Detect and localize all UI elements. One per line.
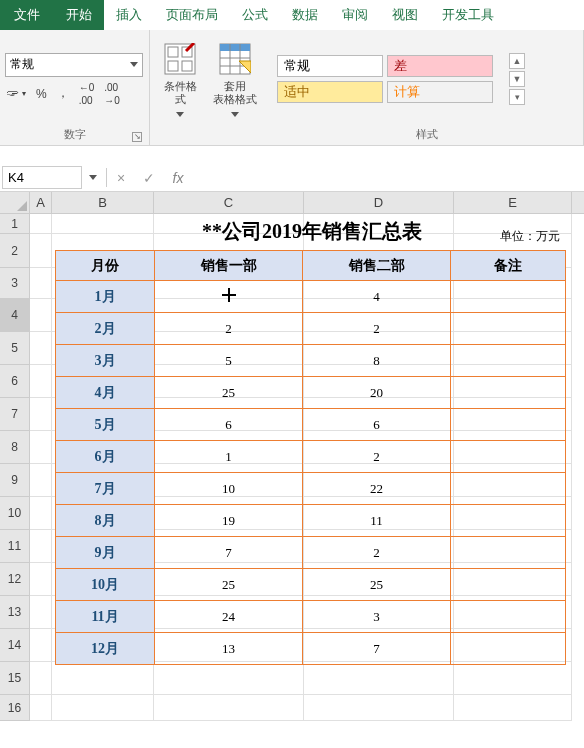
- cell-dept1[interactable]: 13: [155, 633, 303, 665]
- cell-note[interactable]: [451, 281, 566, 313]
- name-box[interactable]: K4: [2, 166, 82, 189]
- cell-dept1[interactable]: [155, 281, 303, 313]
- menu-home[interactable]: 开始: [54, 0, 104, 30]
- row-header[interactable]: 9: [0, 464, 29, 497]
- cell-dept2[interactable]: 22: [303, 473, 451, 505]
- style-bad[interactable]: 差: [387, 55, 493, 77]
- menu-view[interactable]: 视图: [380, 0, 430, 30]
- cell-note[interactable]: [451, 441, 566, 473]
- cell-dept1[interactable]: 10: [155, 473, 303, 505]
- cell-dept1[interactable]: 25: [155, 377, 303, 409]
- cell-dept2[interactable]: 25: [303, 569, 451, 601]
- cell-dept1[interactable]: 19: [155, 505, 303, 537]
- row-header[interactable]: 11: [0, 530, 29, 563]
- cell-note[interactable]: [451, 633, 566, 665]
- cell-dept2[interactable]: 20: [303, 377, 451, 409]
- cell-dept1[interactable]: 7: [155, 537, 303, 569]
- row-header[interactable]: 5: [0, 332, 29, 365]
- cell-month[interactable]: 8月: [56, 505, 155, 537]
- currency-button[interactable]: 🖙▾: [5, 86, 26, 102]
- row-header[interactable]: 3: [0, 268, 29, 299]
- cell-dept2[interactable]: 2: [303, 313, 451, 345]
- menu-formulas[interactable]: 公式: [230, 0, 280, 30]
- number-format-combo[interactable]: 常规: [5, 53, 143, 77]
- cell-dept1[interactable]: 25: [155, 569, 303, 601]
- cell-month[interactable]: 6月: [56, 441, 155, 473]
- cell-dept2[interactable]: 6: [303, 409, 451, 441]
- cell-month[interactable]: 5月: [56, 409, 155, 441]
- cell-note[interactable]: [451, 377, 566, 409]
- cell-styles-gallery[interactable]: 常规 差 适中 计算: [275, 53, 505, 105]
- cell-dept2[interactable]: 8: [303, 345, 451, 377]
- row-header[interactable]: 4: [0, 299, 29, 332]
- row-header[interactable]: 13: [0, 596, 29, 629]
- row-header[interactable]: 16: [0, 695, 29, 721]
- menu-dev[interactable]: 开发工具: [430, 0, 506, 30]
- gallery-down[interactable]: ▼: [509, 71, 525, 87]
- row-header[interactable]: 12: [0, 563, 29, 596]
- cell-month[interactable]: 11月: [56, 601, 155, 633]
- conditional-format-button[interactable]: 条件格式: [155, 38, 205, 123]
- increase-decimal-button[interactable]: ←0 .00: [79, 82, 95, 106]
- row-header[interactable]: 7: [0, 398, 29, 431]
- cell-month[interactable]: 7月: [56, 473, 155, 505]
- cell-month[interactable]: 9月: [56, 537, 155, 569]
- cell-note[interactable]: [451, 473, 566, 505]
- cell-month[interactable]: 2月: [56, 313, 155, 345]
- cell-dept2[interactable]: 7: [303, 633, 451, 665]
- cells-area[interactable]: **公司2019年销售汇总表 单位：万元 月份 销售一部 销售二部 备注 1月4…: [30, 214, 584, 721]
- col-header-B[interactable]: B: [52, 192, 154, 213]
- percent-button[interactable]: %: [36, 87, 47, 101]
- col-header-C[interactable]: C: [154, 192, 304, 213]
- cell-note[interactable]: [451, 409, 566, 441]
- row-header[interactable]: 6: [0, 365, 29, 398]
- gallery-up[interactable]: ▲: [509, 53, 525, 69]
- cell-dept1[interactable]: 6: [155, 409, 303, 441]
- table-format-button[interactable]: 套用表格格式: [205, 38, 265, 123]
- style-neutral[interactable]: 适中: [277, 81, 383, 103]
- cell-month[interactable]: 4月: [56, 377, 155, 409]
- fx-icon[interactable]: fx: [163, 164, 193, 191]
- menu-insert[interactable]: 插入: [104, 0, 154, 30]
- cell-note[interactable]: [451, 505, 566, 537]
- row-header[interactable]: 15: [0, 662, 29, 695]
- cell-note[interactable]: [451, 601, 566, 633]
- menu-review[interactable]: 审阅: [330, 0, 380, 30]
- formula-input[interactable]: [193, 164, 584, 191]
- cell-note[interactable]: [451, 569, 566, 601]
- row-header[interactable]: 10: [0, 497, 29, 530]
- decrease-decimal-button[interactable]: .00 →0: [104, 82, 120, 106]
- cell-note[interactable]: [451, 313, 566, 345]
- row-header[interactable]: 1: [0, 214, 29, 234]
- dialog-launcher-icon[interactable]: ↘: [132, 132, 142, 142]
- cell-dept2[interactable]: 4: [303, 281, 451, 313]
- row-header[interactable]: 2: [0, 234, 29, 268]
- formula-accept-button[interactable]: ✓: [135, 164, 163, 191]
- cell-dept1[interactable]: 2: [155, 313, 303, 345]
- row-header[interactable]: 8: [0, 431, 29, 464]
- formula-cancel-button[interactable]: ×: [107, 164, 135, 191]
- cell-month[interactable]: 10月: [56, 569, 155, 601]
- cell-dept2[interactable]: 2: [303, 441, 451, 473]
- comma-button[interactable]: ，: [57, 85, 69, 102]
- cell-dept1[interactable]: 24: [155, 601, 303, 633]
- style-calc[interactable]: 计算: [387, 81, 493, 103]
- col-header-E[interactable]: E: [454, 192, 572, 213]
- col-header-A[interactable]: A: [30, 192, 52, 213]
- cell-month[interactable]: 12月: [56, 633, 155, 665]
- cell-dept2[interactable]: 2: [303, 537, 451, 569]
- menu-layout[interactable]: 页面布局: [154, 0, 230, 30]
- cell-dept1[interactable]: 5: [155, 345, 303, 377]
- select-all-corner[interactable]: [0, 192, 30, 213]
- cell-dept2[interactable]: 11: [303, 505, 451, 537]
- cell-month[interactable]: 1月: [56, 281, 155, 313]
- style-normal[interactable]: 常规: [277, 55, 383, 77]
- col-header-D[interactable]: D: [304, 192, 454, 213]
- menu-file[interactable]: 文件: [0, 0, 54, 30]
- menu-data[interactable]: 数据: [280, 0, 330, 30]
- name-box-dropdown[interactable]: [84, 166, 102, 189]
- gallery-more[interactable]: ▾: [509, 89, 525, 105]
- cell-month[interactable]: 3月: [56, 345, 155, 377]
- row-header[interactable]: 14: [0, 629, 29, 662]
- cell-dept1[interactable]: 1: [155, 441, 303, 473]
